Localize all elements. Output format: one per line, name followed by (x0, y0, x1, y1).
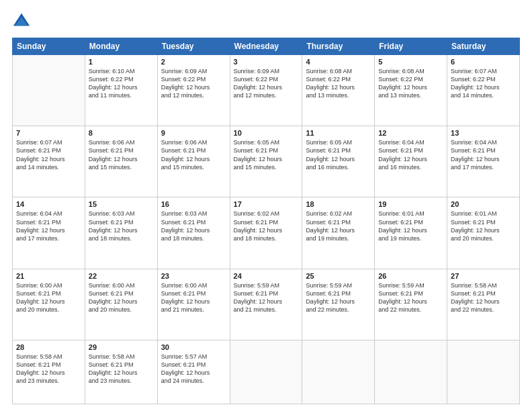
day-info: Sunrise: 5:58 AM Sunset: 6:21 PM Dayligh… (89, 353, 154, 385)
day-header-saturday: Saturday (447, 38, 520, 55)
day-info: Sunrise: 5:57 AM Sunset: 6:21 PM Dayligh… (161, 353, 226, 385)
day-info: Sunrise: 5:58 AM Sunset: 6:21 PM Dayligh… (16, 353, 81, 385)
calendar-cell: 16Sunrise: 6:03 AM Sunset: 6:21 PM Dayli… (157, 197, 230, 269)
day-info: Sunrise: 6:02 AM Sunset: 6:21 PM Dayligh… (234, 210, 299, 242)
day-info: Sunrise: 5:59 AM Sunset: 6:21 PM Dayligh… (378, 281, 443, 314)
week-row-1: 1Sunrise: 6:10 AM Sunset: 6:22 PM Daylig… (13, 55, 520, 126)
calendar-cell: 7Sunrise: 6:07 AM Sunset: 6:21 PM Daylig… (13, 126, 85, 197)
day-info: Sunrise: 5:59 AM Sunset: 6:21 PM Dayligh… (306, 281, 371, 314)
day-number: 9 (161, 129, 226, 137)
calendar-cell: 29Sunrise: 5:58 AM Sunset: 6:21 PM Dayli… (85, 340, 157, 404)
day-info: Sunrise: 6:09 AM Sunset: 6:22 PM Dayligh… (161, 67, 226, 100)
calendar-cell: 25Sunrise: 5:59 AM Sunset: 6:21 PM Dayli… (302, 269, 375, 340)
calendar-cell: 18Sunrise: 6:02 AM Sunset: 6:21 PM Dayli… (302, 197, 375, 269)
calendar-cell: 17Sunrise: 6:02 AM Sunset: 6:21 PM Dayli… (230, 197, 302, 269)
header-row: SundayMondayTuesdayWednesdayThursdayFrid… (13, 38, 520, 55)
day-number: 18 (306, 200, 371, 208)
day-number: 20 (451, 200, 516, 208)
day-number: 1 (89, 58, 154, 66)
day-info: Sunrise: 6:06 AM Sunset: 6:21 PM Dayligh… (161, 138, 226, 171)
logo-icon (12, 12, 31, 31)
day-header-thursday: Thursday (302, 38, 375, 55)
calendar-cell (447, 340, 520, 404)
day-number: 30 (161, 343, 226, 351)
day-number: 3 (234, 58, 299, 66)
day-info: Sunrise: 6:04 AM Sunset: 6:21 PM Dayligh… (378, 138, 443, 171)
day-number: 23 (161, 272, 226, 280)
day-info: Sunrise: 6:08 AM Sunset: 6:22 PM Dayligh… (378, 67, 443, 100)
day-number: 6 (451, 58, 516, 66)
day-number: 17 (234, 200, 299, 208)
day-info: Sunrise: 5:58 AM Sunset: 6:21 PM Dayligh… (451, 281, 516, 314)
day-header-sunday: Sunday (13, 38, 85, 55)
calendar-cell: 15Sunrise: 6:03 AM Sunset: 6:21 PM Dayli… (85, 197, 157, 269)
calendar-cell: 22Sunrise: 6:00 AM Sunset: 6:21 PM Dayli… (85, 269, 157, 340)
page: SundayMondayTuesdayWednesdayThursdayFrid… (0, 0, 532, 411)
day-info: Sunrise: 6:00 AM Sunset: 6:21 PM Dayligh… (89, 281, 154, 314)
header (12, 12, 520, 31)
day-number: 4 (306, 58, 371, 66)
day-number: 16 (161, 200, 226, 208)
day-header-friday: Friday (375, 38, 447, 55)
day-header-wednesday: Wednesday (230, 38, 302, 55)
day-number: 29 (89, 343, 154, 351)
day-number: 5 (378, 58, 443, 66)
week-row-2: 7Sunrise: 6:07 AM Sunset: 6:21 PM Daylig… (13, 126, 520, 197)
day-info: Sunrise: 6:04 AM Sunset: 6:21 PM Dayligh… (16, 210, 81, 242)
calendar-cell: 10Sunrise: 6:05 AM Sunset: 6:21 PM Dayli… (230, 126, 302, 197)
week-row-3: 14Sunrise: 6:04 AM Sunset: 6:21 PM Dayli… (13, 197, 520, 269)
calendar-cell: 14Sunrise: 6:04 AM Sunset: 6:21 PM Dayli… (13, 197, 85, 269)
calendar-cell: 27Sunrise: 5:58 AM Sunset: 6:21 PM Dayli… (447, 269, 520, 340)
day-number: 12 (378, 129, 443, 137)
day-number: 27 (451, 272, 516, 280)
day-info: Sunrise: 6:00 AM Sunset: 6:21 PM Dayligh… (16, 281, 81, 314)
calendar-cell: 24Sunrise: 5:59 AM Sunset: 6:21 PM Dayli… (230, 269, 302, 340)
day-number: 8 (89, 129, 154, 137)
calendar-cell (13, 55, 85, 126)
day-info: Sunrise: 6:09 AM Sunset: 6:22 PM Dayligh… (234, 67, 299, 100)
day-info: Sunrise: 6:07 AM Sunset: 6:22 PM Dayligh… (451, 67, 516, 100)
day-info: Sunrise: 6:05 AM Sunset: 6:21 PM Dayligh… (306, 138, 371, 171)
day-info: Sunrise: 6:02 AM Sunset: 6:21 PM Dayligh… (306, 210, 371, 242)
day-number: 28 (16, 343, 81, 351)
calendar-cell: 28Sunrise: 5:58 AM Sunset: 6:21 PM Dayli… (13, 340, 85, 404)
calendar-cell: 8Sunrise: 6:06 AM Sunset: 6:21 PM Daylig… (85, 126, 157, 197)
day-info: Sunrise: 6:08 AM Sunset: 6:22 PM Dayligh… (306, 67, 371, 100)
day-info: Sunrise: 6:06 AM Sunset: 6:21 PM Dayligh… (89, 138, 154, 171)
day-info: Sunrise: 6:07 AM Sunset: 6:21 PM Dayligh… (16, 138, 81, 171)
calendar-cell: 30Sunrise: 5:57 AM Sunset: 6:21 PM Dayli… (157, 340, 230, 404)
calendar-cell: 2Sunrise: 6:09 AM Sunset: 6:22 PM Daylig… (157, 55, 230, 126)
day-number: 13 (451, 129, 516, 137)
day-number: 10 (234, 129, 299, 137)
day-header-monday: Monday (85, 38, 157, 55)
day-info: Sunrise: 6:03 AM Sunset: 6:21 PM Dayligh… (89, 210, 154, 242)
day-info: Sunrise: 6:01 AM Sunset: 6:21 PM Dayligh… (378, 210, 443, 242)
day-number: 25 (306, 272, 371, 280)
calendar-cell: 21Sunrise: 6:00 AM Sunset: 6:21 PM Dayli… (13, 269, 85, 340)
calendar-cell: 1Sunrise: 6:10 AM Sunset: 6:22 PM Daylig… (85, 55, 157, 126)
week-row-5: 28Sunrise: 5:58 AM Sunset: 6:21 PM Dayli… (13, 340, 520, 404)
day-number: 14 (16, 200, 81, 208)
calendar-cell: 23Sunrise: 6:00 AM Sunset: 6:21 PM Dayli… (157, 269, 230, 340)
day-info: Sunrise: 5:59 AM Sunset: 6:21 PM Dayligh… (234, 281, 299, 314)
calendar-cell: 12Sunrise: 6:04 AM Sunset: 6:21 PM Dayli… (375, 126, 447, 197)
week-row-4: 21Sunrise: 6:00 AM Sunset: 6:21 PM Dayli… (13, 269, 520, 340)
day-number: 21 (16, 272, 81, 280)
day-info: Sunrise: 6:00 AM Sunset: 6:21 PM Dayligh… (161, 281, 226, 314)
day-number: 11 (306, 129, 371, 137)
day-number: 22 (89, 272, 154, 280)
day-info: Sunrise: 6:03 AM Sunset: 6:21 PM Dayligh… (161, 210, 226, 242)
calendar-cell: 11Sunrise: 6:05 AM Sunset: 6:21 PM Dayli… (302, 126, 375, 197)
calendar-cell (302, 340, 375, 404)
day-number: 7 (16, 129, 81, 137)
day-info: Sunrise: 6:04 AM Sunset: 6:21 PM Dayligh… (451, 138, 516, 171)
day-number: 15 (89, 200, 154, 208)
day-number: 2 (161, 58, 226, 66)
calendar-cell: 5Sunrise: 6:08 AM Sunset: 6:22 PM Daylig… (375, 55, 447, 126)
day-info: Sunrise: 6:10 AM Sunset: 6:22 PM Dayligh… (89, 67, 154, 100)
day-info: Sunrise: 6:05 AM Sunset: 6:21 PM Dayligh… (234, 138, 299, 171)
calendar-cell: 9Sunrise: 6:06 AM Sunset: 6:21 PM Daylig… (157, 126, 230, 197)
calendar-cell: 3Sunrise: 6:09 AM Sunset: 6:22 PM Daylig… (230, 55, 302, 126)
calendar-cell (375, 340, 447, 404)
calendar-cell: 26Sunrise: 5:59 AM Sunset: 6:21 PM Dayli… (375, 269, 447, 340)
